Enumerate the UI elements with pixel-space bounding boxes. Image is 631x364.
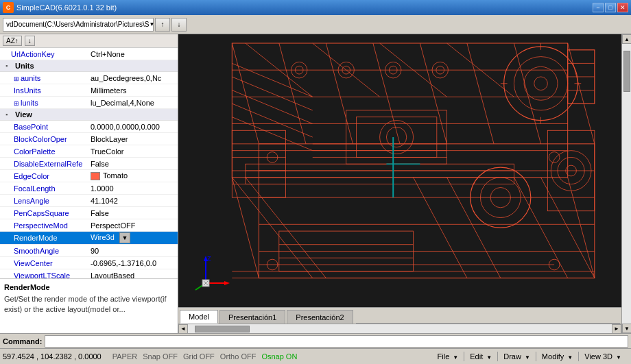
status-paper[interactable]: PAPER bbox=[112, 352, 137, 361]
prop-val-lensangle: 41.1042 bbox=[88, 196, 178, 206]
menu-modify[interactable]: Modify ▼ bbox=[538, 351, 577, 362]
rendermode-value: Wire3d bbox=[91, 233, 115, 241]
section-view-label: View bbox=[15, 110, 32, 119]
description-title: RenderMode bbox=[4, 283, 174, 291]
edit-arrow-icon: ▼ bbox=[486, 354, 492, 361]
prop-row-lensangle: LensAngle 41.1042 bbox=[0, 195, 178, 207]
tab-presentacion1[interactable]: Presentación1 bbox=[219, 310, 285, 324]
h-scroll-thumb[interactable] bbox=[195, 326, 250, 332]
prop-key-insunits: InsUnits bbox=[0, 86, 88, 95]
document-dropdown[interactable]: vdDocument(C:\Users\Administrator\Pictur… bbox=[3, 18, 154, 32]
sort-cat-button[interactable]: ↓ bbox=[25, 36, 35, 46]
bottom-area: Command: 597.4524 , 104.2382 , 0.0000 PA… bbox=[0, 333, 631, 364]
prop-row-disableexternal: DisableExternalRefe False bbox=[0, 158, 178, 170]
prop-row-insunits: InsUnits Millimeters bbox=[0, 84, 178, 97]
tab-presentacion2[interactable]: Presentación2 bbox=[287, 310, 353, 324]
menu-view3d[interactable]: View 3D ▼ bbox=[580, 351, 626, 362]
scroll-up-button[interactable]: ▲ bbox=[622, 34, 631, 44]
prop-row-edgecolor: EdgeColor Tomato bbox=[0, 170, 178, 182]
cad-viewport[interactable]: Z bbox=[178, 34, 621, 307]
prop-key-perspectivemod: PerspectiveMod bbox=[0, 221, 88, 230]
prop-row-rendermode[interactable]: RenderMode Wire3d ▼ bbox=[0, 232, 178, 245]
property-tree: UrlActionKey Ctrl+None ▪ Units ⊞aunits a… bbox=[0, 48, 178, 278]
scroll-down-button[interactable]: ▼ bbox=[622, 324, 631, 333]
menu-file[interactable]: File ▼ bbox=[433, 351, 463, 362]
prop-key-rendermode: RenderMode bbox=[0, 233, 88, 243]
svg-marker-94 bbox=[224, 281, 230, 285]
command-input[interactable] bbox=[45, 335, 628, 348]
prop-val-perspectivemod: PerspectOFF bbox=[88, 221, 178, 230]
prop-row-perspectivemod: PerspectiveMod PerspectOFF bbox=[0, 219, 178, 232]
prop-key-disableexternal: DisableExternalRefe bbox=[0, 159, 88, 169]
document-dropdown-arrow: ▼ bbox=[149, 21, 154, 27]
tab-presentacion2-label: Presentación2 bbox=[296, 313, 344, 321]
expand-view-icon: ▪ bbox=[5, 111, 12, 118]
sort-asc-button[interactable]: ↑ bbox=[155, 18, 170, 32]
menu-sep-4 bbox=[578, 352, 579, 361]
prop-key-lensangle: LensAngle bbox=[0, 196, 88, 206]
window-controls: − □ ✕ bbox=[593, 3, 628, 12]
coordinates-display: 597.4524 , 104.2382 , 0.0000 bbox=[3, 352, 102, 361]
status-grid[interactable]: Grid OFF bbox=[183, 352, 215, 361]
expand-units-icon: ▪ bbox=[5, 62, 12, 69]
axis-indicator: Z bbox=[192, 252, 226, 287]
prop-row-urlactionkey: UrlActionKey Ctrl+None bbox=[0, 48, 178, 60]
prop-row-pencapssquare: PenCapsSquare False bbox=[0, 207, 178, 219]
window-title: SimpleCAD(6.6021.0.1 32 bit) bbox=[16, 3, 117, 12]
v-scroll-track[interactable] bbox=[622, 44, 631, 324]
command-label: Command: bbox=[3, 337, 42, 345]
prop-val-viewcenter: -0.6965,-1.3716,0.0 bbox=[88, 258, 178, 268]
horizontal-scrollbar: ◄ ► bbox=[178, 324, 621, 333]
prop-row-focallength: FocalLength 1.0000 bbox=[0, 182, 178, 195]
menu-draw[interactable]: Draw ▼ bbox=[499, 351, 534, 362]
prop-val-pencapssquare: False bbox=[88, 208, 178, 218]
minimize-button[interactable]: − bbox=[593, 3, 604, 12]
section-units-label: Units bbox=[15, 62, 34, 70]
prop-key-focallength: FocalLength bbox=[0, 184, 88, 193]
app-icon: C bbox=[3, 2, 14, 13]
prop-val-basepoint: 0.0000,0.0000,0.000 bbox=[88, 122, 178, 132]
prop-key-lunits: ⊞lunits bbox=[0, 98, 88, 108]
menu-sep-3 bbox=[536, 352, 536, 361]
prop-key-basepoint: BasePoint bbox=[0, 122, 88, 132]
prop-key-urlactionkey: UrlActionKey bbox=[0, 49, 88, 59]
svg-text:Z: Z bbox=[207, 255, 211, 262]
vertical-scrollbar: ▲ ▼ bbox=[621, 34, 631, 333]
sort-alpha-button[interactable]: AZ↑ bbox=[3, 36, 22, 46]
property-panel: AZ↑ ↓ UrlActionKey Ctrl+None ▪ Units ⊞au… bbox=[0, 34, 178, 333]
section-units[interactable]: ▪ Units bbox=[0, 60, 178, 72]
description-area: RenderMode Get/Set the render mode of th… bbox=[0, 278, 178, 333]
v-scroll-thumb[interactable] bbox=[623, 51, 630, 92]
prop-row-viewcenter: ViewCenter -0.6965,-1.3716,0.0 bbox=[0, 257, 178, 269]
prop-val-focallength: 1.0000 bbox=[88, 184, 178, 193]
status-snap[interactable]: Snap OFF bbox=[143, 352, 178, 361]
section-view[interactable]: ▪ View bbox=[0, 109, 178, 121]
prop-val-aunits: au_Decdegrees,0,Nc bbox=[88, 73, 178, 83]
property-tree-header: AZ↑ ↓ bbox=[0, 34, 178, 48]
menu-edit[interactable]: Edit ▼ bbox=[466, 351, 496, 362]
rendermode-dropdown-arrow[interactable]: ▼ bbox=[119, 232, 130, 243]
prop-row-colorpalette: ColorPalette TrueColor bbox=[0, 145, 178, 158]
prop-row-blockcoloroper: BlockColorOper BlockLayer bbox=[0, 133, 178, 145]
tab-model[interactable]: Model bbox=[180, 310, 218, 324]
tab-presentacion1-label: Presentación1 bbox=[228, 313, 276, 321]
prop-row-basepoint: BasePoint 0.0000,0.0000,0.000 bbox=[0, 121, 178, 133]
prop-key-edgecolor: EdgeColor bbox=[0, 171, 88, 181]
h-scroll-track[interactable] bbox=[188, 324, 612, 334]
scroll-left-button[interactable]: ◄ bbox=[178, 324, 188, 334]
scroll-right-button[interactable]: ► bbox=[612, 324, 621, 334]
sort-desc-button[interactable]: ↓ bbox=[171, 18, 187, 32]
prop-key-pencapssquare: PenCapsSquare bbox=[0, 208, 88, 218]
maximize-button[interactable]: □ bbox=[605, 3, 616, 12]
file-arrow-icon: ▼ bbox=[453, 354, 458, 361]
status-ortho[interactable]: Ortho OFF bbox=[220, 352, 257, 361]
toolbar: vdDocument(C:\Users\Administrator\Pictur… bbox=[0, 15, 631, 34]
close-button[interactable]: ✕ bbox=[617, 3, 628, 12]
prop-val-urlactionkey: Ctrl+None bbox=[88, 49, 178, 59]
prop-row-aunits: ⊞aunits au_Decdegrees,0,Nc bbox=[0, 72, 178, 84]
prop-val-viewportltscale: LayoutBased bbox=[88, 271, 178, 279]
cad-drawing bbox=[178, 34, 621, 307]
right-panel: Z bbox=[178, 34, 631, 333]
status-osnap[interactable]: Osnap ON bbox=[261, 352, 297, 361]
bottom-menu-bar: File ▼ Edit ▼ Draw ▼ Modify ▼ View 3D ▼ bbox=[431, 350, 628, 363]
